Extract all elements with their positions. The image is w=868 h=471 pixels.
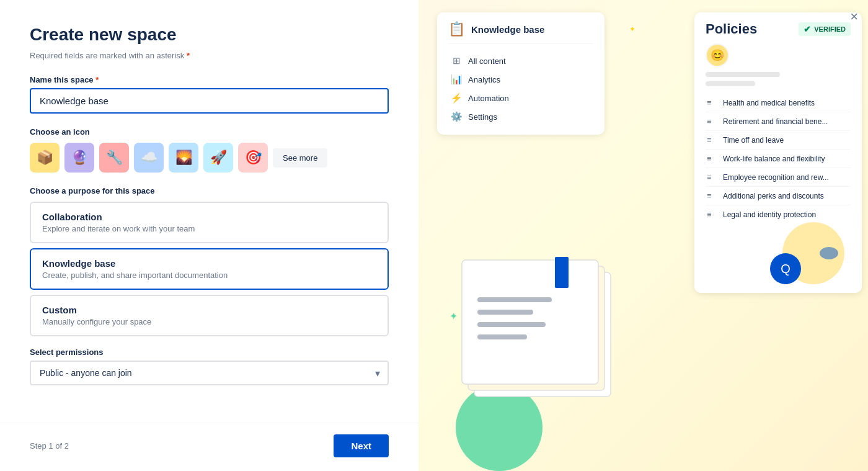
policies-card: Policies ✔ VERIFIED 😊 ≡ Health and medic… <box>694 12 862 293</box>
list-item-worklife: ≡ Work-life balance and flexibility <box>706 150 851 168</box>
dialog-title: Create new space <box>30 25 389 45</box>
collaboration-desc: Explore and iterate on work with your te… <box>42 224 376 233</box>
purpose-option-knowledge-base[interactable]: Knowledge base Create, publish, and shar… <box>30 248 389 290</box>
verified-badge: ✔ VERIFIED <box>799 22 851 36</box>
required-note: Required fields are marked with an aster… <box>30 51 389 60</box>
shimmer-bar-1 <box>706 72 780 77</box>
right-panel: × ✦ ✦ ✦ ✦ ✦ 📋 Knowledge base ⊞ All conte… <box>418 0 868 471</box>
list-item-perks: ≡ Additional perks and discounts <box>706 187 851 205</box>
worklife-label: Work-life balance and flexibility <box>723 155 825 163</box>
kb-menu-automation: ⚡ Automation <box>448 89 593 107</box>
shimmer-bar-2 <box>706 81 755 86</box>
icon-section-label: Choose an icon <box>30 127 389 137</box>
kb-card-icon: 📋 <box>448 21 465 37</box>
custom-title: Custom <box>42 305 376 315</box>
knowledge-base-title: Knowledge base <box>42 258 376 269</box>
collaboration-title: Collaboration <box>42 212 376 222</box>
list-item-retirement: ≡ Retirement and financial bene... <box>706 112 851 131</box>
list-item-legal: ≡ Legal and identity protection <box>706 205 851 223</box>
next-button[interactable]: Next <box>334 434 389 457</box>
perks-label: Additional perks and discounts <box>723 192 824 200</box>
bottom-illustration: Q <box>706 235 851 284</box>
knowledge-base-card: 📋 Knowledge base ⊞ All content 📊 Analyti… <box>437 12 604 135</box>
timeoff-label: Time off and leave <box>723 136 784 145</box>
icon-btn-mountain[interactable]: 🌄 <box>169 143 198 173</box>
chat-avatar-q: Q <box>770 253 801 284</box>
sparkle-icon-2: ✦ <box>629 25 636 34</box>
policies-list: ≡ Health and medical benefits ≡ Retireme… <box>706 94 851 223</box>
timeoff-list-icon: ≡ <box>707 135 717 145</box>
verified-label: VERIFIED <box>814 25 846 33</box>
employee-list-icon: ≡ <box>707 173 717 182</box>
book-illustration <box>437 223 648 421</box>
left-panel: Create new space Required fields are mar… <box>0 0 418 471</box>
employee-label: Employee recognition and rew... <box>723 173 829 182</box>
list-item-timeoff: ≡ Time off and leave <box>706 131 851 150</box>
dialog-footer: Step 1 of 2 Next <box>0 423 418 471</box>
settings-label: Settings <box>468 112 497 122</box>
legal-list-icon: ≡ <box>707 210 717 219</box>
health-label: Health and medical benefits <box>723 99 815 107</box>
kb-menu-all-content: ⊞ All content <box>448 52 593 70</box>
permissions-wrapper: Public - anyone can join Private - invit… <box>30 361 389 385</box>
permissions-select[interactable]: Public - anyone can join Private - invit… <box>30 361 389 385</box>
svg-rect-4 <box>477 310 533 315</box>
all-content-label: All content <box>468 56 506 66</box>
chat-dot-deco <box>820 247 838 259</box>
illustration-area <box>437 223 688 434</box>
list-item-health: ≡ Health and medical benefits <box>706 94 851 112</box>
legal-label: Legal and identity protection <box>723 210 816 219</box>
policies-title: Policies <box>706 21 757 37</box>
svg-rect-3 <box>477 297 552 302</box>
space-name-input[interactable] <box>30 88 389 114</box>
icon-btn-rocket[interactable]: 🚀 <box>203 143 233 173</box>
kb-menu-settings: ⚙️ Settings <box>448 107 593 126</box>
automation-icon: ⚡ <box>451 92 462 104</box>
icon-btn-crystal[interactable]: 🔮 <box>64 143 94 173</box>
kb-card-header: 📋 Knowledge base <box>448 21 593 44</box>
icon-btn-cloud[interactable]: ☁️ <box>134 143 164 173</box>
perks-list-icon: ≡ <box>707 191 717 200</box>
purpose-option-collaboration[interactable]: Collaboration Explore and iterate on wor… <box>30 202 389 243</box>
chat-avatar: Q <box>770 253 801 284</box>
automation-label: Automation <box>468 94 509 103</box>
analytics-icon: 📊 <box>451 74 462 85</box>
kb-card-title: Knowledge base <box>471 24 544 35</box>
see-more-button[interactable]: See more <box>273 148 327 168</box>
retirement-label: Retirement and financial bene... <box>723 117 828 126</box>
kb-menu-analytics: 📊 Analytics <box>448 70 593 89</box>
step-indicator: Step 1 of 2 <box>30 441 69 451</box>
name-field-label: Name this space * <box>30 75 389 84</box>
list-item-employee: ≡ Employee recognition and rew... <box>706 168 851 187</box>
settings-icon: ⚙️ <box>451 111 462 122</box>
all-content-icon: ⊞ <box>451 55 462 66</box>
purpose-section-label: Choose a purpose for this space <box>30 186 389 195</box>
svg-rect-6 <box>477 334 527 339</box>
policies-avatar: 😊 <box>706 43 729 67</box>
permissions-label: Select permissions <box>30 348 389 357</box>
verified-icon: ✔ <box>804 24 811 34</box>
svg-rect-5 <box>477 322 546 327</box>
icon-btn-target[interactable]: 🎯 <box>238 143 268 173</box>
purpose-options: Collaboration Explore and iterate on wor… <box>30 202 389 336</box>
close-button[interactable]: × <box>850 10 858 24</box>
icon-row: 📦 🔮 🔧 ☁️ 🌄 🚀 🎯 See more <box>30 143 389 173</box>
icon-btn-box[interactable]: 📦 <box>30 143 60 173</box>
health-list-icon: ≡ <box>707 98 717 107</box>
policies-title-row: Policies ✔ VERIFIED <box>706 21 851 37</box>
analytics-label: Analytics <box>468 75 500 84</box>
retirement-list-icon: ≡ <box>707 117 717 126</box>
icon-btn-wrench[interactable]: 🔧 <box>99 143 129 173</box>
custom-desc: Manually configure your space <box>42 317 376 326</box>
purpose-option-custom[interactable]: Custom Manually configure your space <box>30 295 389 336</box>
worklife-list-icon: ≡ <box>707 154 717 163</box>
knowledge-base-desc: Create, publish, and share important doc… <box>42 271 376 280</box>
